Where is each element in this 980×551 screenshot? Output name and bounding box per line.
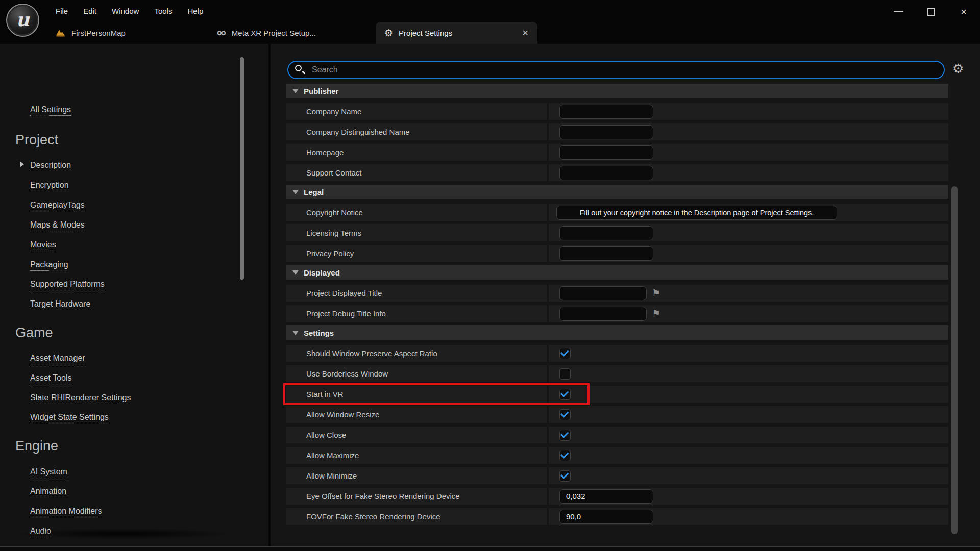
tab-firstpersonmap[interactable]: FirstPersonMap	[55, 22, 126, 44]
checkbox[interactable]	[559, 389, 571, 400]
tab-label: Meta XR Project Setup...	[232, 29, 316, 37]
minimize-button[interactable]	[892, 6, 904, 18]
row-label: Company Distinguished Name	[306, 128, 410, 136]
project-settings-panel: ⚙ Publisher Company Name Company Disting…	[271, 44, 980, 546]
maximize-icon	[927, 8, 935, 16]
menu-window[interactable]: Window	[104, 7, 146, 15]
sidebar-item-target-hardware[interactable]: Target Hardware	[30, 299, 90, 310]
sidebar-item-ai-system[interactable]: AI System	[30, 467, 67, 478]
meta-icon: ∞	[217, 26, 226, 39]
window-controls: ×	[892, 4, 970, 19]
sidebar-item-gameplaytags[interactable]: GameplayTags	[30, 201, 85, 211]
close-icon: ×	[961, 7, 967, 17]
window-bottom-edge	[0, 546, 980, 551]
row-allow-window-resize: Allow Window Resize	[286, 406, 948, 423]
copyright-notice-field[interactable]	[556, 206, 837, 220]
row-label: Allow Close	[306, 431, 346, 439]
main-scrollbar[interactable]	[951, 186, 958, 534]
sidebar-item-animation-modifiers[interactable]: Animation Modifiers	[30, 507, 102, 517]
sidebar-item-movies[interactable]: Movies	[30, 240, 56, 251]
flag-icon[interactable]: ⚑	[652, 288, 660, 298]
row-company-name: Company Name	[286, 103, 948, 120]
checkbox[interactable]	[559, 368, 571, 380]
sidebar-item-asset-tools[interactable]: Asset Tools	[30, 373, 72, 384]
row-label: Privacy Policy	[306, 249, 354, 258]
maximize-button[interactable]	[925, 6, 937, 18]
sidebar-item-maps-modes[interactable]: Maps & Modes	[30, 220, 85, 231]
row-label: Eye Offset for Fake Stereo Rendering Dev…	[306, 492, 460, 500]
section-header-displayed[interactable]: Displayed	[286, 265, 948, 280]
minimize-icon	[894, 11, 903, 12]
checkbox[interactable]	[559, 450, 571, 461]
row-allow-maximize: Allow Maximize	[286, 447, 948, 464]
sidebar-scrollbar[interactable]	[240, 57, 244, 280]
unreal-logo-glyph: u	[16, 9, 29, 30]
licensing-terms-field[interactable]	[559, 226, 653, 240]
tab-project-settings[interactable]: ⚙ Project Settings ✕	[376, 22, 537, 44]
flag-icon[interactable]: ⚑	[652, 309, 660, 318]
level-icon	[55, 28, 66, 38]
row-eye-offset-fake-stereo: Eye Offset for Fake Stereo Rendering Dev…	[286, 488, 948, 505]
menu-edit[interactable]: Edit	[76, 7, 104, 15]
tab-label: FirstPersonMap	[71, 29, 126, 37]
menu-tools[interactable]: Tools	[146, 7, 180, 15]
row-allow-close: Allow Close	[286, 427, 948, 443]
row-label: Allow Minimize	[306, 471, 357, 480]
row-fov-fake-stereo: FOVFor Fake Stereo Rendering Device	[286, 508, 948, 525]
tab-close-icon[interactable]: ✕	[522, 29, 529, 37]
row-label: Project Displayed Title	[306, 289, 382, 297]
checkbox[interactable]	[559, 409, 571, 420]
eye-offset-field[interactable]	[559, 489, 653, 504]
search-bar	[287, 61, 945, 79]
project-debug-title-info-field[interactable]	[559, 307, 647, 321]
settings-gear-icon[interactable]: ⚙	[952, 62, 964, 75]
sidebar-item-packaging[interactable]: Packaging	[30, 260, 68, 271]
row-label: Should Window Preserve Aspect Ratio	[306, 349, 437, 358]
checkbox[interactable]	[559, 348, 571, 359]
tab-label: Project Settings	[399, 29, 452, 37]
collapse-arrow-icon	[292, 89, 299, 93]
project-displayed-title-field[interactable]	[559, 286, 647, 300]
sidebar-item-supported-platforms[interactable]: Supported Platforms	[30, 280, 105, 290]
close-button[interactable]: ×	[958, 6, 970, 18]
sidebar-section-game: Game	[15, 325, 53, 341]
sidebar-item-slate-rhirenderer-settings[interactable]: Slate RHIRenderer Settings	[30, 393, 131, 404]
row-label: Use Borderless Window	[306, 369, 388, 378]
sidebar-item-asset-manager[interactable]: Asset Manager	[30, 354, 85, 364]
row-copyright-notice: Copyright Notice	[286, 204, 948, 221]
fov-field[interactable]	[559, 510, 653, 524]
privacy-policy-field[interactable]	[559, 246, 653, 261]
sidebar-scroll-shadow	[15, 528, 233, 539]
company-name-field[interactable]	[559, 105, 653, 119]
search-input[interactable]	[287, 61, 945, 79]
row-should-window-preserve-aspect-ratio: Should Window Preserve Aspect Ratio	[286, 345, 948, 362]
sidebar-item-encryption[interactable]: Encryption	[30, 181, 69, 191]
sidebar-section-project: Project	[15, 132, 58, 148]
menu-file[interactable]: File	[48, 7, 76, 15]
section-header-settings[interactable]: Settings	[286, 325, 948, 340]
support-contact-field[interactable]	[559, 166, 653, 180]
sidebar-item-animation[interactable]: Animation	[30, 487, 66, 497]
menu-bar: File Edit Window Tools Help	[48, 0, 211, 22]
section-header-legal[interactable]: Legal	[286, 185, 948, 199]
row-label: Copyright Notice	[306, 208, 363, 217]
row-label: Project Debug Title Info	[306, 309, 386, 318]
gear-icon: ⚙	[384, 28, 393, 38]
settings-sidebar: All Settings Project Description Encrypt…	[0, 44, 270, 546]
row-homepage: Homepage	[286, 144, 948, 161]
tab-meta-xr-project-setup[interactable]: ∞ Meta XR Project Setup...	[217, 22, 316, 44]
sidebar-item-all-settings[interactable]: All Settings	[30, 105, 71, 116]
row-label: Support Contact	[306, 168, 361, 177]
sidebar-item-description[interactable]: Description	[30, 161, 71, 171]
expand-arrow-icon[interactable]	[20, 161, 24, 167]
row-project-debug-title-info: Project Debug Title Info ⚑	[286, 305, 948, 322]
sidebar-item-widget-state-settings[interactable]: Widget State Settings	[30, 413, 109, 423]
section-header-publisher[interactable]: Publisher	[286, 84, 948, 98]
checkbox[interactable]	[559, 470, 571, 482]
checkbox[interactable]	[559, 430, 571, 441]
homepage-field[interactable]	[559, 145, 653, 160]
company-distinguished-name-field[interactable]	[559, 125, 653, 139]
tab-bar: FirstPersonMap ∞ Meta XR Project Setup..…	[0, 22, 980, 44]
row-support-contact: Support Contact	[286, 164, 948, 181]
menu-help[interactable]: Help	[180, 7, 211, 15]
